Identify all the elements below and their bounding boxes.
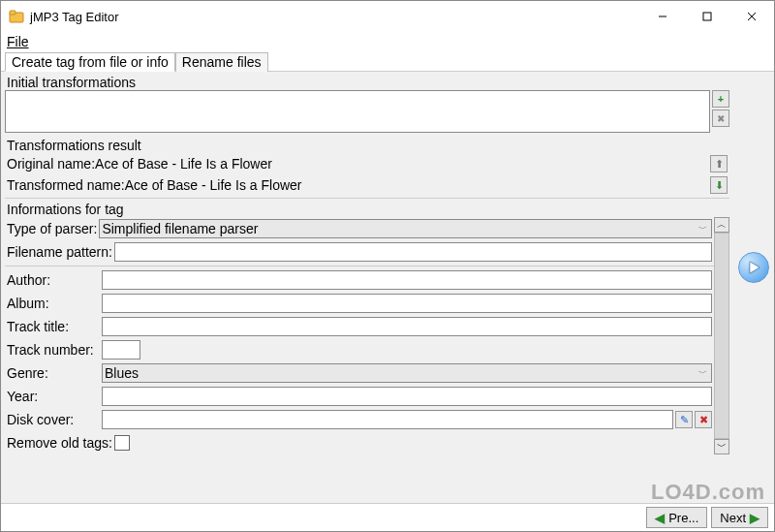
track-number-label: Track number:	[7, 342, 100, 358]
genre-select[interactable]: Blues ﹀	[102, 363, 712, 383]
tag-fields: Type of parser: Simplified filename pars…	[5, 217, 729, 454]
genre-label: Genre:	[7, 365, 100, 381]
svg-marker-6	[750, 262, 760, 273]
app-icon	[9, 9, 24, 24]
scroll-down-button[interactable]: ﹀	[714, 439, 729, 454]
next-button-label: Next	[720, 511, 746, 525]
arrow-left-icon: ◀	[655, 511, 665, 525]
transformed-name-value: Ace of Base - Life Is a Flower	[125, 177, 302, 193]
tag-fields-scrollbar: ︿ ﹀	[714, 217, 729, 454]
track-number-input[interactable]	[102, 340, 140, 360]
parser-label: Type of parser:	[7, 221, 97, 236]
track-title-input[interactable]	[102, 317, 712, 336]
bottom-bar: ◀ Pre... Next ▶	[1, 503, 774, 531]
pattern-input[interactable]	[114, 242, 712, 262]
original-name-label: Original name:	[7, 156, 95, 172]
tag-fields-left: Type of parser: Simplified filename pars…	[5, 217, 714, 454]
remove-old-tags-label: Remove old tags:	[7, 435, 112, 451]
transformed-name-row: Transformed name: Ace of Base - Life Is …	[5, 174, 729, 196]
scroll-track[interactable]	[714, 233, 729, 439]
maximize-button[interactable]	[685, 1, 729, 32]
delete-cover-button[interactable]: ✖	[695, 411, 712, 428]
disk-cover-label: Disk cover:	[7, 412, 100, 427]
tab-rename-files[interactable]: Rename files	[175, 52, 268, 72]
author-row: Author:	[5, 268, 714, 292]
prev-file-button[interactable]: ⬆	[710, 155, 728, 172]
informations-for-tag-label: Informations for tag	[5, 201, 729, 217]
tab-bar: Create tag from file or info Rename file…	[1, 51, 774, 72]
edit-cover-button[interactable]: ✎	[675, 411, 693, 428]
svg-rect-1	[10, 11, 16, 15]
svg-rect-3	[703, 13, 711, 20]
year-input[interactable]	[102, 387, 712, 406]
chevron-down-icon: ﹀	[698, 367, 707, 380]
year-label: Year:	[7, 389, 100, 404]
menu-file[interactable]: File	[1, 32, 774, 51]
disk-cover-input[interactable]	[102, 410, 673, 429]
add-transform-button[interactable]: +	[712, 90, 729, 108]
tab-create-tag[interactable]: Create tag from file or info	[5, 52, 175, 72]
close-button[interactable]	[729, 1, 774, 32]
disk-cover-row: Disk cover: ✎ ✖	[5, 408, 714, 431]
initial-transformations-input[interactable]	[5, 90, 710, 133]
parser-select[interactable]: Simplified filename parser ﹀	[99, 219, 712, 238]
transformed-name-label: Transformed name:	[7, 177, 125, 193]
remove-transform-button[interactable]: ✖	[712, 110, 729, 127]
remove-old-tags-checkbox[interactable]	[114, 435, 130, 451]
album-label: Album:	[7, 296, 100, 311]
album-row: Album:	[5, 292, 714, 315]
chevron-down-icon: ﹀	[698, 223, 707, 235]
app-window: jMP3 Tag Editor File Create tag from fil…	[0, 0, 775, 532]
parser-value: Simplified filename parser	[102, 221, 258, 236]
minimize-button[interactable]	[640, 1, 685, 32]
track-title-row: Track title:	[5, 315, 714, 338]
pattern-row: Filename pattern:	[5, 240, 714, 264]
initial-transformations-row: + ✖	[5, 90, 729, 133]
next-file-button[interactable]: ⬇	[710, 176, 728, 194]
content-area: Initial transformations + ✖ Transformati…	[1, 72, 774, 503]
right-column	[733, 72, 774, 503]
main-column: Initial transformations + ✖ Transformati…	[1, 72, 733, 503]
original-name-value: Ace of Base - Life Is a Flower	[95, 156, 272, 172]
window-title: jMP3 Tag Editor	[30, 10, 119, 24]
track-number-row: Track number:	[5, 338, 714, 361]
prev-button[interactable]: ◀ Pre...	[646, 507, 707, 528]
pattern-label: Filename pattern:	[7, 244, 112, 260]
prev-button-label: Pre...	[668, 511, 698, 525]
album-input[interactable]	[102, 294, 712, 313]
genre-row: Genre: Blues ﹀	[5, 361, 714, 385]
author-label: Author:	[7, 272, 100, 288]
year-row: Year:	[5, 385, 714, 408]
scroll-up-button[interactable]: ︿	[714, 217, 729, 233]
transformations-result-label: Transformations result	[5, 137, 729, 153]
original-name-row: Original name: Ace of Base - Life Is a F…	[5, 153, 729, 174]
initial-transformations-label: Initial transformations	[5, 74, 729, 90]
window-buttons	[640, 1, 774, 32]
play-button[interactable]	[738, 252, 769, 283]
arrow-right-icon: ▶	[750, 511, 760, 525]
next-button[interactable]: Next ▶	[711, 507, 768, 528]
genre-value: Blues	[105, 365, 139, 381]
titlebar: jMP3 Tag Editor	[1, 1, 774, 32]
remove-old-tags-row: Remove old tags:	[5, 431, 714, 454]
parser-row: Type of parser: Simplified filename pars…	[5, 217, 714, 240]
author-input[interactable]	[102, 270, 712, 290]
track-title-label: Track title:	[7, 319, 100, 334]
transform-buttons: + ✖	[712, 90, 729, 133]
